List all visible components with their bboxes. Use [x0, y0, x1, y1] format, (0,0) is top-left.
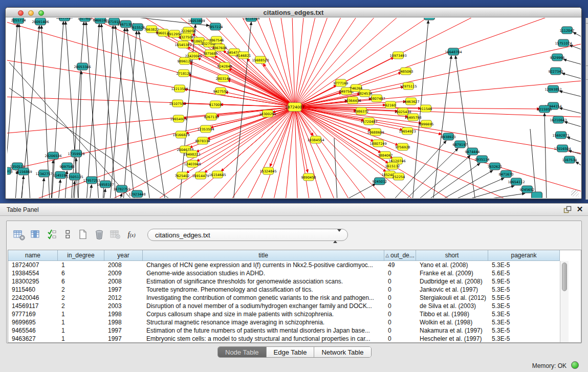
table-row[interactable]: 2242004622012Investigating the contribut… [8, 294, 581, 302]
select-rows-check-button[interactable] [46, 228, 59, 242]
row-height-icon [62, 229, 73, 241]
memory-status-icon[interactable] [571, 361, 579, 369]
table-cell: 0 [384, 286, 416, 294]
graph-node-label: 10025438 [394, 110, 411, 114]
graph-node-label: 9242848 [217, 64, 232, 69]
table-cell: 2012 [104, 294, 143, 302]
node-table: namein_degreeyeartitle△out_de...shortpag… [8, 250, 581, 343]
table-row[interactable]: 1938455462009Genome-wide association stu… [8, 269, 581, 277]
column-header-in-degree[interactable]: in_degree [58, 250, 104, 261]
table-cell: 5.9E-5 [488, 277, 560, 286]
graph-node-label: 62160 [385, 103, 396, 107]
column-header-pagerank[interactable]: pagerank [488, 250, 560, 261]
table-row[interactable]: 977716911998Corpus callosum shape and si… [8, 310, 581, 318]
graph-node-label: 1167534 [562, 158, 577, 162]
graph-node-label: 18107554 [169, 102, 186, 106]
graph-node-label: 12093852 [545, 87, 561, 92]
black-edge [416, 156, 470, 198]
column-header-year[interactable]: year [104, 250, 143, 261]
table-cell: 9699695 [8, 318, 58, 326]
close-panel-icon[interactable]: ✕ [576, 205, 584, 213]
function-builder-icon: f(x) [128, 231, 136, 239]
table-cell: 5.3E-5 [488, 335, 560, 343]
red-edge [295, 107, 581, 198]
table-row[interactable]: 1830029562008Estimation of significance … [8, 277, 581, 286]
window-titlebar[interactable]: citations_edges.txt [6, 8, 581, 17]
new-table-icon [78, 229, 88, 241]
graph-node-label: 8938923 [441, 135, 456, 139]
table-row[interactable]: 946554611997Estimation of the future num… [8, 326, 581, 335]
table-settings-button[interactable] [12, 228, 25, 242]
column-header-out-de-[interactable]: △out_de... [384, 250, 416, 261]
tab-edge-table[interactable]: Edge Table [267, 347, 315, 357]
table-row[interactable]: 946362711997Embryonic stem cells: a mode… [8, 335, 581, 343]
table-header-row: namein_degreeyeartitle△out_de...shortpag… [8, 250, 581, 261]
graph-node-label: 9146821 [236, 54, 251, 58]
column-header-short[interactable]: short [416, 250, 488, 261]
graph-node-label: 9097548 [60, 165, 75, 169]
table-row[interactable]: 911546021997Tourette syndrome. Phenomeno… [8, 286, 581, 294]
graph-node-label: 20206536 [45, 154, 61, 158]
graph-node-label: 9890458 [301, 176, 316, 180]
graph-node-label: 1327508 [179, 35, 194, 39]
graph-node-label: 17957253 [83, 179, 100, 183]
black-edge [90, 185, 92, 198]
new-table-button[interactable] [76, 228, 90, 242]
table-cell: 14569117 [8, 302, 58, 310]
column-header-name[interactable]: name [8, 250, 58, 261]
tab-network-table[interactable]: Network Table [314, 347, 371, 357]
column-header-title[interactable]: title [143, 250, 384, 261]
table-row[interactable]: 1456911722003Disruption of a novel membe… [8, 302, 581, 310]
graph-node-label: 2803144 [216, 77, 231, 81]
graph-node-label: 7857224 [208, 25, 223, 29]
tab-node-table[interactable]: Node Table [218, 347, 267, 357]
network-canvas[interactable]: 2055724200914061085328715276026466160107… [7, 18, 581, 198]
table-cell: 5.3E-5 [488, 310, 560, 318]
graph-node-label: 19166829 [172, 133, 189, 137]
table-cell: Embryonic stem cells: a model to study s… [143, 335, 384, 343]
function-builder-button[interactable]: f(x) [125, 228, 138, 242]
graph-node-label: 2935114 [475, 158, 490, 162]
graph-node-label: 9245652 [520, 188, 535, 192]
table-cell: 1997 [104, 326, 143, 335]
graph-node-label: 10973493 [389, 54, 406, 58]
delete-table-disabled-button[interactable] [108, 228, 122, 242]
graph-node-label: 7615526 [130, 26, 145, 30]
black-edge [576, 162, 581, 166]
table-scrollbar[interactable] [560, 261, 569, 343]
graph-node-label: 417008 [209, 103, 222, 107]
table-row[interactable]: 1872400712008Changes of HCN gene express… [8, 261, 581, 269]
table-cell: 1 [58, 335, 104, 343]
table-cell: 5.3E-5 [488, 326, 560, 335]
table-cell: 2003 [104, 302, 143, 310]
red-edge [295, 18, 526, 107]
scrollbar-thumb[interactable] [562, 262, 567, 291]
graph-node-label: 19654915 [170, 117, 187, 121]
graph-node-label: 6879197 [453, 143, 468, 147]
table-cell: 9115460 [8, 286, 58, 294]
delete-table-disabled-icon [110, 229, 120, 241]
graph-node-label: 15692871 [552, 134, 569, 138]
table-tabs: Node TableEdge TableNetwork Table [217, 346, 372, 358]
black-edge [545, 113, 547, 198]
graph-node-label: 18300295 [259, 112, 276, 116]
citation-network-graph[interactable]: 2055724200914061085328715276026466160107… [7, 18, 581, 198]
select-columns-button[interactable] [29, 228, 42, 242]
graph-node-label: 17359928 [68, 152, 84, 156]
graph-node-label: 8267130 [204, 115, 219, 119]
table-body: 1872400712008Changes of HCN gene express… [8, 261, 581, 343]
graph-node-label: 9227343 [549, 70, 563, 74]
delete-table-button[interactable] [93, 228, 106, 242]
graph-node-label: 15324845 [259, 169, 276, 173]
network-table-selector[interactable]: citations_edges.txt [147, 229, 348, 241]
float-panel-icon[interactable] [563, 206, 572, 214]
row-height-button[interactable] [61, 228, 74, 242]
resize-grip[interactable] [571, 190, 579, 196]
table-row[interactable]: 969969511998Structural magnetic resonanc… [8, 318, 581, 326]
black-edge [86, 22, 99, 198]
graph-node-label: 10853287 [56, 18, 73, 20]
table-cell: Yano et al. (2008) [416, 261, 488, 269]
table-cell: 0 [384, 269, 416, 277]
graph-node[interactable] [532, 192, 542, 198]
graph-node-label: 16648784 [445, 50, 462, 54]
